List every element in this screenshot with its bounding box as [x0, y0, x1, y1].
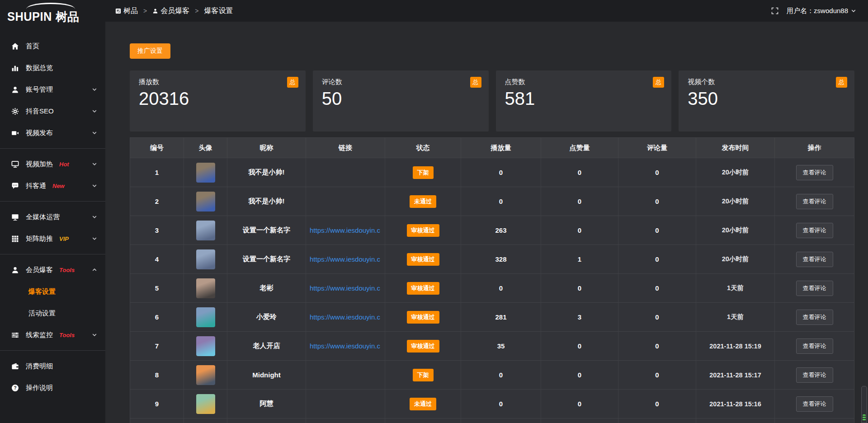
breadcrumb-item-home[interactable]: 树品 [115, 6, 138, 16]
sidebar-item-data-overview[interactable]: 数据总览 [0, 57, 105, 79]
chevron-down-icon [92, 214, 97, 220]
promotion-settings-button[interactable]: 推广设置 [130, 43, 170, 59]
cell-avatar [184, 332, 227, 360]
sidebar-item-label: 操作说明 [26, 384, 53, 392]
breadcrumb-separator: > [143, 7, 147, 14]
total-badge: 总 [287, 77, 298, 88]
video-link[interactable]: https://www.iesdouyin.c [310, 226, 380, 234]
cell [385, 418, 461, 423]
sidebar-item-consumption-detail[interactable]: 消费明细 [0, 355, 105, 377]
stat-label: 点赞数 [505, 78, 663, 86]
view-comments-button[interactable]: 查看评论 [796, 165, 833, 180]
breadcrumb-label: 树品 [123, 6, 138, 16]
view-comments-button[interactable]: 查看评论 [796, 367, 833, 383]
cell-nickname: 老人开店 [227, 332, 306, 360]
sidebar-item-member-baoke[interactable]: 会员爆客Tools [0, 259, 105, 281]
nickname: Midnight [252, 371, 280, 379]
cell [306, 418, 385, 423]
chevron-up-icon [92, 267, 97, 273]
cell-status: 审核通过 [385, 332, 461, 360]
total-badge: 总 [470, 77, 481, 88]
chevron-down-icon [92, 332, 97, 338]
avatar [196, 336, 215, 356]
cell-avatar [184, 187, 227, 216]
sidebar-item-badge: VIP [59, 235, 69, 242]
view-comments-button[interactable]: 查看评论 [796, 338, 833, 354]
view-comments-button[interactable]: 查看评论 [796, 223, 833, 238]
cell-status: 审核通过 [385, 245, 461, 273]
stat-label: 评论数 [322, 78, 480, 86]
sidebar-item-matrix-boost[interactable]: 矩阵助推VIP [0, 228, 105, 249]
stat-card-0: 播放数20316总 [130, 70, 306, 132]
view-comments-button[interactable]: 查看评论 [796, 252, 833, 267]
chevron-down-icon [92, 130, 97, 136]
cell-likes: 0 [541, 361, 618, 389]
sidebar-subitem-baoke-settings[interactable]: 爆客设置 [0, 281, 105, 302]
chevron-down-icon [92, 236, 97, 241]
cell-status: 下架 [385, 158, 461, 187]
sidebar-item-label: 全媒体运营 [26, 213, 60, 221]
user-menu[interactable]: 用户名：zswodun88 [787, 7, 856, 15]
cell [461, 418, 541, 423]
video-link[interactable]: https://www.iesdouyin.c [310, 313, 380, 321]
breadcrumb-label: 爆客设置 [204, 6, 233, 16]
page-scrollbar[interactable] [861, 386, 867, 423]
sidebar-item-video-publish[interactable]: 视频发布 [0, 122, 105, 144]
video-link[interactable]: https://www.iesdouyin.c [310, 284, 380, 292]
sidebar-item-video-heating[interactable]: 视频加热Hot [0, 153, 105, 175]
total-badge: 总 [836, 77, 847, 88]
avatar [196, 221, 215, 240]
stat-value: 350 [688, 88, 845, 109]
table-body: 1我不是小帅!下架00020小时前查看评论2我不是小帅!未通过00020小时前查… [130, 158, 854, 423]
cell-publish-time: 20小时前 [696, 216, 775, 244]
cell-status: 审核通过 [385, 274, 461, 302]
table-row: 4设置一个新名字https://www.iesdouyin.c审核通过32810… [130, 244, 854, 273]
sidebar-item-label: 首页 [26, 42, 39, 51]
cell-link [306, 361, 385, 389]
video-link[interactable]: https://www.iesdouyin.c [310, 342, 380, 350]
column-header: 点赞量 [541, 138, 618, 158]
cell-id: 2 [130, 187, 184, 216]
stat-card-3: 视频个数350总 [679, 70, 854, 132]
nickname: 老人开店 [253, 342, 280, 350]
sidebar-item-account-management[interactable]: 账号管理 [0, 79, 105, 100]
cell-comments: 0 [618, 216, 696, 244]
sidebar-item-media-operation[interactable]: 全媒体运营 [0, 206, 105, 228]
column-header: 编号 [130, 138, 184, 158]
cell-link: https://www.iesdouyin.c [306, 274, 385, 302]
cell-likes: 3 [541, 303, 618, 331]
sidebar-item-douketong[interactable]: 抖客通New [0, 175, 105, 197]
sidebar-item-douyin-seo[interactable]: 抖音SEO [0, 100, 105, 122]
cell-id: 7 [130, 332, 184, 360]
cell-publish-time: 1天前 [696, 274, 775, 302]
sidebar-item-badge: Tools [59, 332, 75, 338]
sidebar-item-home[interactable]: 首页 [0, 35, 105, 57]
view-comments-button[interactable]: 查看评论 [796, 281, 833, 296]
breadcrumb-item-section[interactable]: 会员爆客 [152, 6, 189, 16]
cell-status: 下架 [385, 361, 461, 389]
cell [541, 418, 618, 423]
view-comments-button[interactable]: 查看评论 [796, 310, 833, 325]
video-link[interactable]: https://www.iesdouyin.c [310, 255, 380, 263]
table-row: 6小爱玲https://www.iesdouyin.c审核通过281301天前查… [130, 302, 854, 331]
sidebar-subitem-activity-settings[interactable]: 活动设置 [0, 302, 105, 324]
cell-link [306, 158, 385, 187]
sidebar-item-operation-guide[interactable]: ?操作说明 [0, 377, 105, 399]
cell-id: 1 [130, 158, 184, 187]
sidebar-item-clue-monitor[interactable]: 线索监控Tools [0, 324, 105, 346]
cell-plays: 263 [461, 216, 541, 244]
sidebar-item-badge: New [52, 183, 65, 189]
stat-card-1: 评论数50总 [313, 70, 489, 132]
cell-nickname: 设置一个新名字 [227, 216, 306, 244]
menu-divider [0, 254, 105, 254]
status-badge: 审核通过 [407, 224, 439, 237]
view-comments-button[interactable]: 查看评论 [796, 194, 833, 209]
sidebar-item-label: 消费明细 [26, 362, 53, 371]
status-badge: 审核通过 [407, 311, 439, 324]
cell-comments: 0 [618, 158, 696, 187]
cell-nickname: 我不是小帅! [227, 158, 306, 187]
cell-avatar [184, 274, 227, 302]
avatar [196, 394, 215, 414]
view-comments-button[interactable]: 查看评论 [796, 396, 833, 412]
fullscreen-icon[interactable] [771, 7, 778, 14]
